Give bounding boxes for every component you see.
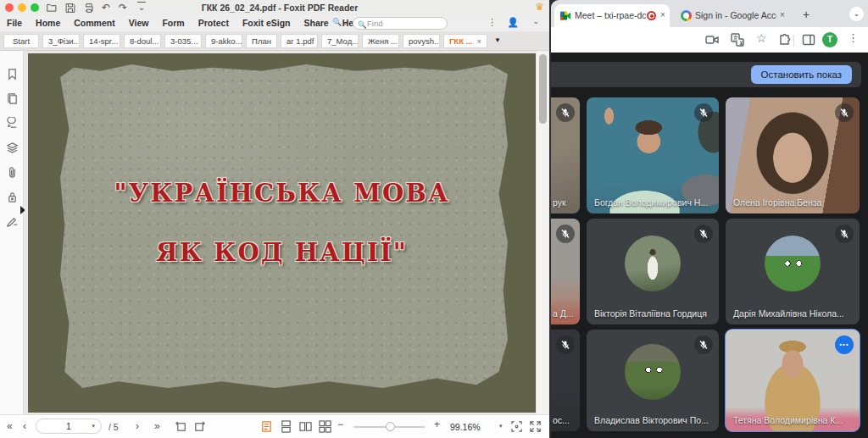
- facing-continuous-view-icon[interactable]: [319, 420, 332, 434]
- extensions-icon[interactable]: [778, 33, 793, 48]
- participant-tile[interactable]: Владислав Вікторович По...: [587, 330, 719, 431]
- zoom-out-button[interactable]: −: [337, 419, 343, 430]
- doc-tab[interactable]: аг 1.pdf: [281, 34, 318, 48]
- vertical-scrollbar[interactable]: [537, 51, 549, 414]
- participant-tile[interactable]: Дарія Михайлівна Нікола...: [726, 219, 860, 324]
- zoom-slider-knob[interactable]: [386, 422, 395, 431]
- tab-overflow-icon[interactable]: ▼: [494, 36, 501, 44]
- maximize-window-button[interactable]: [31, 3, 39, 12]
- chrome-menu-icon[interactable]: ⋮: [848, 31, 863, 47]
- menu-comment[interactable]: Comment: [67, 15, 121, 30]
- rotate-right-icon[interactable]: [193, 420, 207, 434]
- last-page-button[interactable]: »: [154, 420, 160, 432]
- toolbar-divider: [793, 35, 794, 47]
- menu-view[interactable]: View: [122, 15, 156, 30]
- doc-tab[interactable]: Женя ...: [362, 34, 399, 48]
- participant-tile-active[interactable]: ••• Тетяна Володимирівна К...: [726, 330, 860, 431]
- mic-muted-icon: [835, 225, 854, 243]
- doc-tab-active[interactable]: ГКК ...×: [443, 34, 487, 48]
- menu-foxit-esign[interactable]: Foxit eSign: [236, 15, 298, 30]
- menu-home[interactable]: Home: [29, 15, 67, 30]
- more-options-icon[interactable]: ⋮: [487, 17, 497, 28]
- premium-crown-icon[interactable]: ♛: [535, 1, 544, 13]
- next-page-button[interactable]: ›: [136, 420, 139, 432]
- doc-tab[interactable]: povysh...: [403, 34, 440, 48]
- close-tab-icon[interactable]: ×: [477, 36, 482, 46]
- more-options-button[interactable]: •••: [835, 335, 854, 354]
- account-avatar-icon[interactable]: 👤: [507, 17, 519, 28]
- doc-tab[interactable]: 14-spr...: [83, 34, 120, 48]
- save-icon[interactable]: [64, 2, 78, 14]
- menu-protect[interactable]: Protect: [192, 15, 236, 30]
- doc-tab[interactable]: План: [246, 34, 277, 48]
- tab-google-signin[interactable]: Sign in - Google Accou... ×: [675, 4, 793, 27]
- open-folder-icon[interactable]: [46, 2, 59, 14]
- redo-icon[interactable]: ↷: [119, 2, 132, 14]
- slide-title-line2: ЯК КОД НАЦІЇ": [28, 238, 536, 267]
- tab-meet[interactable]: Meet – txi-rpae-dck ×: [554, 4, 670, 27]
- chrome-window: Meet – txi-rpae-dck × Sign in - Google A…: [551, 0, 868, 438]
- close-tab-icon[interactable]: ×: [660, 10, 665, 19]
- tab-search-icon[interactable]: ⌄: [849, 7, 864, 21]
- previous-page-button[interactable]: ‹: [23, 420, 26, 432]
- comments-panel-icon[interactable]: [0, 112, 24, 136]
- layers-panel-icon[interactable]: [0, 136, 24, 161]
- google-meet-icon: [560, 11, 571, 20]
- zoom-dropdown-icon[interactable]: ▾: [499, 423, 503, 430]
- menu-share[interactable]: Share: [297, 15, 335, 30]
- bookmarks-panel-icon[interactable]: [0, 63, 24, 87]
- doc-tab[interactable]: 3_Фізи...: [42, 34, 80, 48]
- menu-form[interactable]: Form: [155, 15, 191, 30]
- doc-tab[interactable]: 9-akko...: [205, 34, 242, 48]
- print-icon[interactable]: [83, 2, 97, 14]
- doc-tab[interactable]: 3-035...: [164, 34, 202, 48]
- first-page-button[interactable]: «: [7, 420, 13, 432]
- fit-page-icon[interactable]: [510, 420, 524, 434]
- scrollbar-thumb[interactable]: [539, 54, 547, 124]
- search-options-icon[interactable]: 🔍⌄: [332, 18, 348, 26]
- rotate-left-icon[interactable]: [175, 420, 188, 434]
- pages-panel-icon[interactable]: [0, 87, 24, 112]
- collapse-ribbon-icon[interactable]: ⌄: [532, 17, 539, 25]
- attachments-panel-icon[interactable]: [0, 161, 24, 186]
- new-tab-button[interactable]: +: [803, 8, 810, 21]
- zoom-in-button[interactable]: +: [434, 419, 440, 430]
- undo-icon[interactable]: ↶: [102, 2, 115, 14]
- continuous-view-icon[interactable]: [280, 420, 293, 434]
- participant-tile-partial[interactable]: рук: [551, 97, 580, 213]
- participant-tile[interactable]: Вікторія Віталіївна Гордиця: [587, 219, 719, 324]
- meet-page: Остановить показ рук Богдан Володимирови…: [551, 53, 868, 438]
- side-panel-icon[interactable]: [802, 33, 817, 48]
- zoom-level-value[interactable]: 99.16%: [450, 422, 481, 432]
- tab-sharing-camera-icon[interactable]: [705, 33, 721, 48]
- single-page-view-icon[interactable]: [260, 420, 274, 434]
- close-tab-icon[interactable]: ×: [780, 10, 785, 19]
- find-input[interactable]: 🔍 Find: [353, 17, 448, 30]
- participant-tile-partial[interactable]: ос...: [551, 330, 580, 431]
- fullscreen-icon[interactable]: [529, 420, 542, 434]
- foxit-menubar: File Home Comment View Form Protect Foxi…: [0, 15, 549, 31]
- participant-name: Олена Ігорівна Бенза: [733, 197, 821, 208]
- participant-tile-partial[interactable]: а Д...: [551, 219, 580, 324]
- mic-muted-icon: [556, 225, 575, 243]
- minimize-window-button[interactable]: [18, 3, 26, 12]
- stop-presenting-button[interactable]: Остановить показ: [751, 65, 852, 84]
- participant-tile[interactable]: Богдан Володимирович Н...: [587, 97, 719, 213]
- page-number-input[interactable]: 1 ▾: [36, 419, 102, 434]
- doc-tab[interactable]: 8-doul...: [124, 34, 161, 48]
- doc-tab[interactable]: 7_Мод...: [321, 34, 359, 48]
- mic-muted-icon: [556, 335, 575, 354]
- menu-file[interactable]: File: [0, 15, 29, 30]
- customize-toolbar-icon[interactable]: ⌄: [137, 2, 146, 14]
- bookmark-star-icon[interactable]: ☆: [756, 31, 771, 47]
- page-dropdown-icon[interactable]: ▾: [92, 419, 95, 433]
- participant-tile[interactable]: Олена Ігорівна Бенза: [726, 97, 860, 213]
- document-tabbar: Start 3_Фізи... 14-spr... 8-doul... 3-03…: [0, 31, 549, 51]
- slide-paper-texture: [60, 64, 508, 388]
- tab-start[interactable]: Start: [3, 34, 39, 48]
- translate-icon[interactable]: [731, 33, 746, 48]
- profile-avatar[interactable]: T: [822, 32, 837, 47]
- facing-view-icon[interactable]: [299, 420, 313, 434]
- close-window-button[interactable]: [5, 3, 14, 12]
- document-viewer: "УКРАЇНСЬКА МОВА ЯК КОД НАЦІЇ": [25, 51, 549, 414]
